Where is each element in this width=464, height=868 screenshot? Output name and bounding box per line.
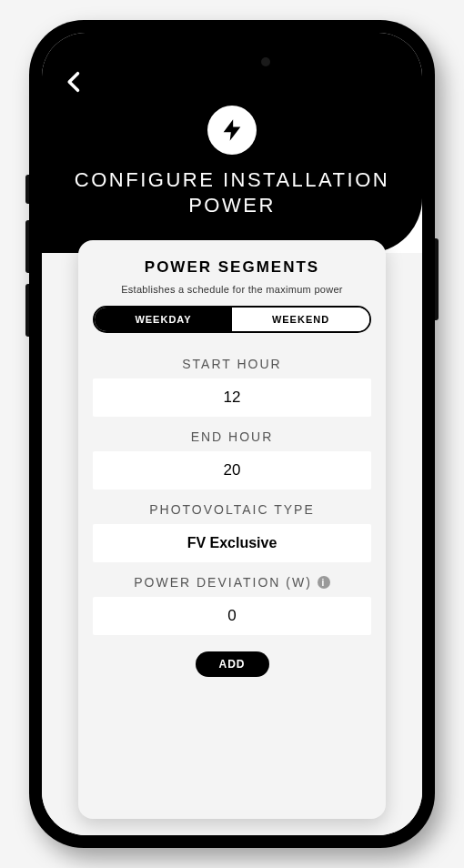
- input-pv-type[interactable]: FV Exclusive: [93, 524, 371, 562]
- phone-side-button: [25, 220, 29, 273]
- form: START HOUR 12 END HOUR 20 PHOTOVOLTAIC T…: [93, 357, 371, 635]
- field-end-hour: END HOUR 20: [93, 429, 371, 490]
- screen: CONFIGURE INSTALLATION POWER POWER SEGME…: [42, 33, 422, 835]
- segment-weekday[interactable]: WEEKDAY: [95, 308, 232, 331]
- label-pv-type: PHOTOVOLTAIC TYPE: [149, 502, 315, 517]
- input-start-hour[interactable]: 12: [93, 378, 371, 417]
- bolt-icon: [207, 106, 257, 155]
- label-power-deviation: POWER DEVIATION (W) i: [134, 575, 330, 590]
- phone-side-button: [25, 284, 29, 337]
- card-title: POWER SEGMENTS: [145, 258, 319, 277]
- label-power-deviation-text: POWER DEVIATION (W): [134, 575, 312, 590]
- card-subtitle: Establishes a schedule for the maximum p…: [121, 284, 343, 295]
- page-title: CONFIGURE INSTALLATION POWER: [42, 167, 422, 217]
- power-segments-card: POWER SEGMENTS Establishes a schedule fo…: [78, 240, 386, 819]
- chevron-left-icon: [62, 69, 87, 95]
- label-start-hour: START HOUR: [182, 357, 281, 371]
- label-end-hour: END HOUR: [191, 429, 274, 444]
- content-area: POWER SEGMENTS Establishes a schedule fo…: [42, 253, 422, 835]
- field-power-deviation: POWER DEVIATION (W) i 0: [93, 575, 371, 635]
- phone-frame: CONFIGURE INSTALLATION POWER POWER SEGME…: [29, 20, 435, 848]
- phone-side-button: [25, 175, 29, 204]
- input-power-deviation[interactable]: 0: [93, 597, 371, 635]
- field-start-hour: START HOUR 12: [93, 357, 371, 417]
- phone-side-button: [435, 238, 439, 320]
- add-button[interactable]: ADD: [196, 651, 269, 677]
- info-icon[interactable]: i: [318, 576, 330, 589]
- segment-weekend[interactable]: WEEKEND: [232, 308, 369, 331]
- input-end-hour[interactable]: 20: [93, 451, 371, 490]
- day-type-segmented-control[interactable]: WEEKDAY WEEKEND: [93, 306, 371, 333]
- dynamic-island: [177, 47, 287, 76]
- back-button[interactable]: [62, 69, 87, 95]
- field-pv-type: PHOTOVOLTAIC TYPE FV Exclusive: [93, 502, 371, 562]
